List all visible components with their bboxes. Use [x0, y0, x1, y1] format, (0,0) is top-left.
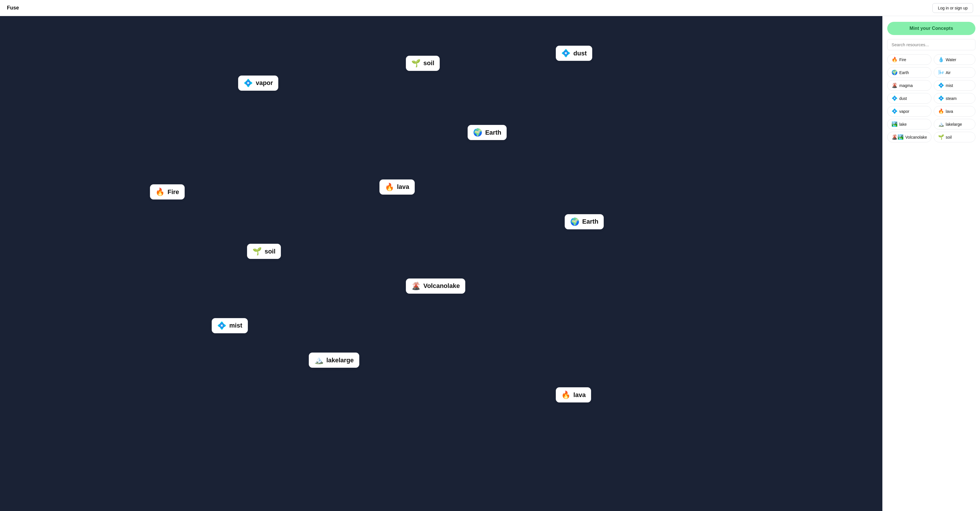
- dust-label: dust: [573, 50, 587, 57]
- resource-chip-lakelarge[interactable]: 🏔️lakelarge: [934, 119, 975, 130]
- chip-emoji-water: 💧: [938, 57, 944, 63]
- chip-label-earth: Earth: [899, 70, 909, 75]
- soil2-emoji: 🌱: [253, 247, 262, 256]
- soil1-emoji: 🌱: [411, 59, 420, 68]
- canvas-card-volcanolake[interactable]: 🌋Volcanolake: [406, 278, 465, 294]
- chip-emoji-lava: 🔥: [938, 108, 944, 114]
- canvas-card-earth2[interactable]: 🌍Earth: [565, 214, 604, 229]
- vapor-emoji: 💠: [243, 79, 253, 87]
- canvas-card-dust[interactable]: 💠dust: [556, 46, 592, 61]
- canvas-area[interactable]: 💠vapor🌱soil💠dust🌍Earth🔥lava🔥Fire🌍Earth🌱s…: [0, 16, 882, 511]
- chip-emoji-volcanolake: 🌋🏞️: [891, 134, 904, 140]
- chip-emoji-magma: 🌋: [891, 83, 897, 89]
- main-layout: 💠vapor🌱soil💠dust🌍Earth🔥lava🔥Fire🌍Earth🌱s…: [0, 16, 980, 511]
- soil2-label: soil: [264, 248, 275, 255]
- chip-label-fire: Fire: [899, 57, 906, 62]
- resource-chip-soil[interactable]: 🌱soil: [934, 132, 975, 143]
- earth1-emoji: 🌍: [473, 128, 482, 137]
- lava1-emoji: 🔥: [385, 182, 394, 192]
- resource-chip-lava[interactable]: 🔥lava: [934, 106, 975, 117]
- chip-emoji-earth: 🌍: [891, 70, 897, 76]
- chip-label-mist: mist: [946, 83, 953, 88]
- chip-emoji-mist: 💠: [938, 83, 944, 89]
- chip-label-dust: dust: [899, 96, 907, 101]
- chip-label-lava: lava: [946, 109, 953, 114]
- resource-chip-mist[interactable]: 💠mist: [934, 80, 975, 91]
- sidebar: Mint your Concepts 🔥Fire💧Water🌍Earth🌬️Ai…: [882, 16, 980, 511]
- earth2-emoji: 🌍: [570, 217, 579, 226]
- resource-chip-earth[interactable]: 🌍Earth: [887, 67, 931, 78]
- resource-chip-fire[interactable]: 🔥Fire: [887, 54, 931, 65]
- canvas-card-mist[interactable]: 💠mist: [212, 318, 248, 333]
- canvas-card-lava2[interactable]: 🔥lava: [556, 387, 591, 403]
- mint-button[interactable]: Mint your Concepts: [887, 22, 975, 35]
- chip-label-lake: lake: [899, 122, 907, 127]
- dust-emoji: 💠: [561, 49, 570, 58]
- chip-emoji-steam: 💠: [938, 95, 944, 102]
- lava2-emoji: 🔥: [561, 390, 570, 399]
- canvas-card-lakelarge[interactable]: 🏔️lakelarge: [309, 352, 359, 368]
- chip-emoji-air: 🌬️: [938, 70, 944, 76]
- chip-label-lakelarge: lakelarge: [946, 122, 962, 127]
- canvas-card-earth1[interactable]: 🌍Earth: [468, 125, 507, 140]
- volcanolake-emoji: 🌋: [411, 282, 420, 290]
- canvas-card-soil1[interactable]: 🌱soil: [406, 56, 440, 71]
- mist-emoji: 💠: [217, 321, 226, 330]
- search-input[interactable]: [887, 39, 975, 50]
- chip-emoji-lake: 🏞️: [891, 121, 897, 127]
- chip-label-water: Water: [946, 57, 956, 62]
- mist-label: mist: [229, 322, 242, 329]
- vapor-label: vapor: [256, 79, 273, 87]
- lakelarge-label: lakelarge: [326, 357, 353, 364]
- resource-grid: 🔥Fire💧Water🌍Earth🌬️Air🌋magma💠mist💠dust💠s…: [887, 54, 975, 143]
- soil1-label: soil: [423, 59, 434, 67]
- chip-emoji-vapor: 💠: [891, 108, 897, 114]
- resource-chip-air[interactable]: 🌬️Air: [934, 67, 975, 78]
- login-button[interactable]: Log in or sign up: [932, 3, 973, 13]
- resource-chip-dust[interactable]: 💠dust: [887, 93, 931, 104]
- earth2-label: Earth: [582, 218, 598, 225]
- chip-label-volcanolake: Volcanolake: [905, 135, 927, 140]
- lava1-label: lava: [397, 183, 409, 190]
- canvas-card-vapor[interactable]: 💠vapor: [238, 76, 278, 91]
- canvas-card-soil2[interactable]: 🌱soil: [247, 244, 281, 259]
- earth1-label: Earth: [485, 129, 501, 136]
- resource-chip-volcanolake[interactable]: 🌋🏞️Volcanolake: [887, 132, 931, 143]
- chip-emoji-fire: 🔥: [891, 57, 897, 63]
- chip-emoji-lakelarge: 🏔️: [938, 121, 944, 127]
- lakelarge-emoji: 🏔️: [314, 356, 323, 365]
- chip-emoji-soil: 🌱: [938, 134, 944, 140]
- resource-chip-steam[interactable]: 💠steam: [934, 93, 975, 104]
- fire1-emoji: 🔥: [155, 187, 165, 196]
- chip-label-soil: soil: [946, 135, 952, 140]
- canvas-card-lava1[interactable]: 🔥lava: [379, 179, 415, 195]
- resource-chip-vapor[interactable]: 💠vapor: [887, 106, 931, 117]
- chip-label-air: Air: [946, 70, 951, 75]
- resource-chip-water[interactable]: 💧Water: [934, 54, 975, 65]
- chip-label-steam: steam: [946, 96, 957, 101]
- canvas-card-fire1[interactable]: 🔥Fire: [150, 184, 185, 200]
- chip-label-magma: magma: [899, 83, 913, 88]
- chip-label-vapor: vapor: [899, 109, 909, 114]
- resource-chip-magma[interactable]: 🌋magma: [887, 80, 931, 91]
- resource-chip-lake[interactable]: 🏞️lake: [887, 119, 931, 130]
- fire1-label: Fire: [167, 188, 179, 196]
- lava2-label: lava: [573, 391, 585, 399]
- header: Fuse Log in or sign up: [0, 0, 980, 16]
- volcanolake-label: Volcanolake: [423, 282, 460, 290]
- app-title: Fuse: [7, 5, 19, 11]
- chip-emoji-dust: 💠: [891, 95, 897, 102]
